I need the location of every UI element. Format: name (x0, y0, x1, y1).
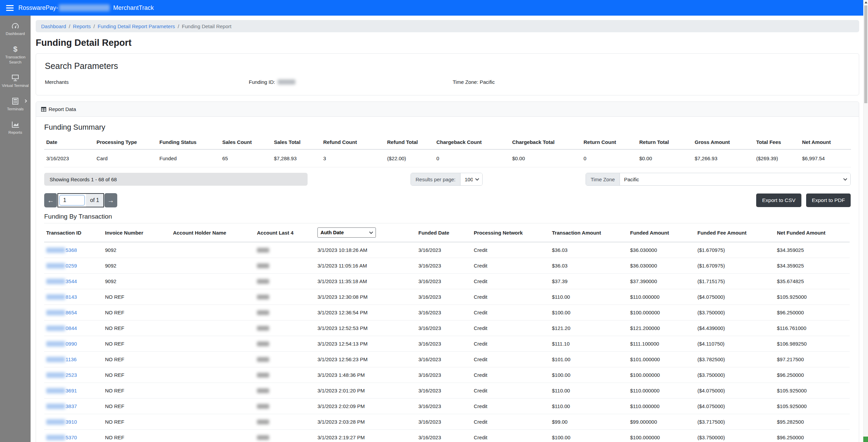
net-funded-amount-cell: $97.217500 (775, 352, 850, 367)
calculator-icon (12, 97, 19, 105)
report-data-label: Report Data (49, 106, 76, 112)
transaction-id-cell: 5370 (44, 430, 103, 442)
redacted-account-last4 (257, 373, 269, 377)
transaction-amount-cell: $100.00 (550, 305, 628, 320)
transaction-id-link[interactable]: 5370 (66, 435, 77, 440)
app-brand[interactable]: RosswarePay- MerchantTrack (18, 4, 154, 12)
table-row: 3837 NO REF 3/1/2023 2:02:09 PM 3/16/202… (44, 399, 850, 414)
summary-funding-status: Funded (157, 149, 220, 167)
auth-date-cell: 3/1/2023 12:52:53 PM (315, 320, 416, 336)
transaction-id-link[interactable]: 3837 (66, 403, 77, 409)
export-to-pdf-button[interactable]: Export to PDF (806, 194, 851, 207)
account-last4-cell (255, 383, 315, 399)
time-zone-parameter: Time Zone: Pacific (453, 79, 657, 85)
funded-amount-cell: $110.000000 (628, 383, 695, 399)
invoice-number-cell: 9092 (103, 242, 171, 258)
transaction-id-cell: 3910 (44, 414, 103, 430)
breadcrumb-link-dashboard[interactable]: Dashboard (41, 23, 66, 29)
redacted-transaction-id-prefix (46, 341, 65, 347)
transaction-id-link[interactable]: 8143 (66, 294, 77, 300)
merchants-parameter: Merchants (45, 79, 249, 85)
account-last4-cell (255, 305, 315, 320)
sidebar-item-virtual-terminal[interactable]: Virtual Terminal (0, 74, 31, 88)
sidebar-item-transaction-search[interactable]: $ Transaction Search (0, 45, 31, 65)
funded-amount-cell: $100.000000 (628, 430, 695, 442)
transaction-id-link[interactable]: 2523 (66, 372, 77, 378)
invoice-number-cell: NO REF (103, 336, 171, 352)
sidebar-item-reports[interactable]: Reports (0, 121, 31, 135)
invoice-number-cell: NO REF (103, 383, 171, 399)
table-row: 8654 NO REF 3/1/2023 12:36:54 PM 3/16/20… (44, 305, 850, 320)
sidebar-item-terminals[interactable]: Terminals (0, 97, 31, 112)
transaction-id-link[interactable]: 3544 (66, 278, 77, 284)
scrollbar-thumb[interactable] (864, 5, 867, 103)
account-last4-cell (255, 242, 315, 258)
next-page-button[interactable]: → (104, 193, 117, 207)
transaction-id-link[interactable]: 0990 (66, 341, 77, 347)
results-per-page-select[interactable]: 100 (461, 173, 482, 185)
processing-network-cell: Credit (472, 336, 550, 352)
sidebar: Dashboard $ Transaction Search Virtual T… (0, 16, 31, 442)
column-header: Invoice Number (103, 223, 171, 242)
transaction-id-link[interactable]: 0844 (66, 325, 77, 331)
summary-total-fees: ($269.39) (754, 149, 800, 167)
invoice-number-cell: NO REF (103, 367, 171, 383)
transaction-amount-cell: $101.00 (550, 352, 628, 367)
green-widget[interactable] (863, 437, 868, 442)
summary-data-row: 3/16/2023 Card Funded 65 $7,288.93 3 ($2… (44, 149, 851, 167)
funded-amount-cell: $36.030000 (628, 258, 695, 274)
processing-network-cell: Credit (472, 367, 550, 383)
previous-page-button[interactable]: ← (44, 193, 57, 207)
processing-network-cell: Credit (472, 289, 550, 305)
brand-suffix: MerchantTrack (113, 4, 154, 12)
account-last4-cell (255, 367, 315, 383)
auth-date-column-select[interactable]: Auth Date (318, 228, 376, 237)
processing-network-cell: Credit (472, 383, 550, 399)
net-funded-amount-cell: $105.925000 (775, 399, 850, 414)
funded-fee-amount-cell: ($3.750000) (695, 430, 775, 442)
funding-summary-heading: Funding Summary (44, 123, 851, 132)
sidebar-item-dashboard[interactable]: Dashboard (0, 22, 31, 36)
export-to-csv-button[interactable]: Export to CSV (756, 194, 801, 207)
auth-date-cell: 3/1/2023 10:18:26 AM (315, 242, 416, 258)
transaction-id-link[interactable]: 3691 (66, 388, 77, 393)
transaction-id-link[interactable]: 1136 (66, 356, 76, 362)
vertical-scrollbar[interactable] (863, 0, 868, 442)
scrollbar-up-arrow[interactable] (864, 0, 868, 5)
transaction-id-link[interactable]: 0259 (66, 263, 77, 269)
auth-date-select-wrap: Auth Date (317, 227, 376, 238)
search-parameters-card: Search Parameters Merchants Funding ID: … (36, 53, 859, 95)
column-header: Net Funded Amount (775, 223, 850, 242)
summary-processing-type: Card (94, 149, 157, 167)
funded-date-cell: 3/16/2023 (416, 320, 472, 336)
time-zone-select[interactable]: Pacific (620, 173, 850, 185)
table-row: 0844 NO REF 3/1/2023 12:52:53 PM 3/16/20… (44, 320, 850, 336)
account-holder-name-cell (171, 414, 255, 430)
net-funded-amount-cell: $96.250000 (775, 305, 850, 320)
hamburger-menu-icon[interactable] (6, 5, 14, 11)
column-header: Funded Amount (628, 223, 695, 242)
breadcrumb-link-reports[interactable]: Reports (73, 23, 91, 29)
net-funded-amount-cell: $34.359025 (775, 242, 850, 258)
funding-by-transaction-tbody: 5368 9092 3/1/2023 10:18:26 AM 3/16/2023… (44, 242, 850, 442)
funded-fee-amount-cell: ($3.750000) (695, 305, 775, 320)
table-row: 5368 9092 3/1/2023 10:18:26 AM 3/16/2023… (44, 242, 850, 258)
redacted-account-last4 (257, 342, 269, 346)
auth-date-cell: 3/1/2023 12:56:23 PM (315, 352, 416, 367)
auth-date-cell: 3/1/2023 11:35:18 AM (315, 274, 416, 289)
transaction-id-link[interactable]: 3910 (66, 419, 77, 425)
transaction-id-link[interactable]: 5368 (66, 247, 77, 253)
summary-chargeback-total: $0.00 (510, 149, 581, 167)
sidebar-item-label: Reports (7, 130, 23, 135)
table-row: 1136 NO REF 3/1/2023 12:56:23 PM 3/16/20… (44, 352, 850, 367)
results-per-page-group: Results per page: 100 (411, 173, 483, 186)
breadcrumb-link-funding-detail-report-parameters[interactable]: Funding Detail Report Parameters (98, 23, 175, 29)
column-header: Return Count (581, 136, 637, 149)
transaction-id-link[interactable]: 8654 (66, 310, 77, 315)
summary-return-total: $0.00 (637, 149, 693, 167)
funded-fee-amount-cell: ($4.075000) (695, 399, 775, 414)
summary-gross-amount: $7,266.93 (693, 149, 754, 167)
funded-date-cell: 3/16/2023 (416, 242, 472, 258)
page-number-input[interactable] (59, 195, 85, 206)
transaction-id-cell: 2523 (44, 367, 103, 383)
